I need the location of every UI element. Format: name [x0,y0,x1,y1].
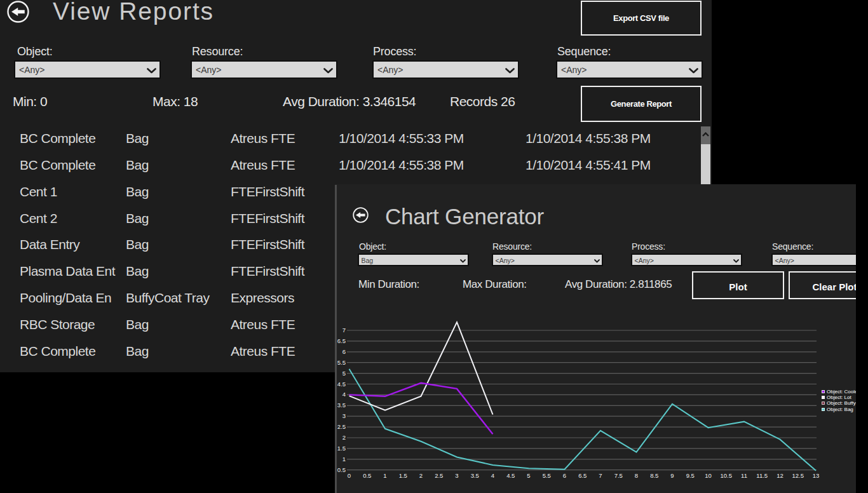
svg-text:2.5: 2.5 [435,472,443,479]
svg-text:10.5: 10.5 [721,472,733,479]
svg-text:9: 9 [670,472,674,479]
svg-text:7.5: 7.5 [614,472,623,479]
svg-text:0: 0 [348,472,351,479]
svg-text:5.5: 5.5 [543,472,551,479]
svg-text:11.5: 11.5 [756,472,768,479]
svg-text:5.5: 5.5 [337,359,346,366]
svg-text:4.5: 4.5 [337,381,346,388]
svg-text:13: 13 [813,472,820,479]
svg-text:2: 2 [342,434,346,441]
svg-text:5: 5 [527,472,530,479]
svg-text:9.5: 9.5 [686,472,695,479]
svg-text:1.5: 1.5 [337,445,346,452]
svg-text:8: 8 [635,472,638,479]
svg-text:3: 3 [455,472,458,479]
svg-text:10: 10 [705,472,712,479]
svg-text:5: 5 [342,370,346,377]
svg-text:2.5: 2.5 [337,423,346,430]
svg-text:6: 6 [342,348,346,355]
svg-text:6.5: 6.5 [578,472,587,479]
svg-text:11: 11 [741,472,747,479]
svg-text:12: 12 [776,472,783,479]
svg-text:3.5: 3.5 [471,472,479,479]
svg-text:2: 2 [419,472,423,479]
svg-text:12.5: 12.5 [792,472,804,479]
svg-text:8.5: 8.5 [650,472,658,479]
svg-text:4: 4 [491,472,494,479]
svg-text:4: 4 [342,391,346,398]
svg-text:6.5: 6.5 [337,337,346,344]
svg-text:0.5: 0.5 [337,466,346,473]
svg-text:7: 7 [342,327,346,334]
svg-text:7: 7 [599,472,602,479]
svg-text:3.5: 3.5 [337,402,346,409]
svg-text:4.5: 4.5 [506,472,515,479]
svg-text:3: 3 [342,412,346,419]
svg-text:1.5: 1.5 [399,472,407,479]
svg-text:0.5: 0.5 [363,472,371,479]
svg-text:1: 1 [383,472,386,479]
svg-text:1: 1 [342,456,346,463]
svg-text:6: 6 [563,472,566,479]
